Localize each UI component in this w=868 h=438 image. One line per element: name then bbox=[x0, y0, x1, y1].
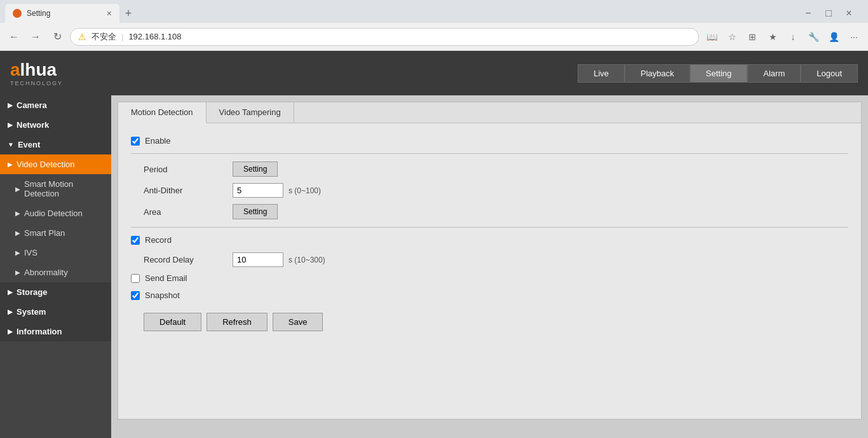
enable-checkbox[interactable] bbox=[131, 137, 140, 146]
setting-button[interactable]: Setting bbox=[690, 64, 747, 83]
close-window-button[interactable]: × bbox=[840, 4, 858, 22]
playback-button[interactable]: Playback bbox=[625, 64, 690, 83]
alarm-button[interactable]: Alarm bbox=[747, 64, 801, 83]
divider-1 bbox=[131, 153, 848, 154]
sidebar-network-label: Network bbox=[17, 120, 49, 130]
main-layout: ▶ Camera ▶ Network ▼ Event ▶ Video Detec… bbox=[0, 95, 868, 438]
sidebar-audio-detection-label: Audio Detection bbox=[24, 209, 83, 218]
snapshot-checkbox[interactable] bbox=[131, 291, 140, 300]
record-delay-hint: s (10~300) bbox=[288, 256, 325, 264]
address-bar[interactable]: ⚠ 不安全 | 192.168.1.108 bbox=[70, 28, 699, 46]
logo-a: a bbox=[10, 60, 20, 79]
live-button[interactable]: Live bbox=[578, 64, 625, 83]
sidebar-abnormality-label: Abnormality bbox=[24, 268, 68, 277]
favorite-button[interactable]: ☆ bbox=[723, 28, 741, 46]
tab-video-tampering[interactable]: Video Tampering bbox=[207, 102, 294, 123]
refresh-button[interactable]: ↻ bbox=[48, 28, 66, 46]
sidebar: ▶ Camera ▶ Network ▼ Event ▶ Video Detec… bbox=[0, 95, 111, 438]
area-label: Area bbox=[144, 207, 233, 217]
sidebar-item-video-detection[interactable]: ▶ Video Detection bbox=[0, 154, 111, 174]
smart-plan-arrow-icon: ▶ bbox=[15, 229, 20, 236]
address-separator: | bbox=[121, 32, 123, 41]
sidebar-item-abnormality[interactable]: ▶ Abnormality bbox=[0, 263, 111, 282]
network-arrow-icon: ▶ bbox=[8, 121, 13, 128]
sidebar-storage-label: Storage bbox=[17, 287, 47, 297]
period-label: Period bbox=[144, 165, 233, 174]
record-label: Record bbox=[145, 235, 172, 245]
new-tab-button[interactable]: + bbox=[119, 4, 137, 22]
header-nav: Live Playback Setting Alarm Logout bbox=[578, 64, 858, 83]
information-arrow-icon: ▶ bbox=[8, 328, 13, 335]
downloads-button[interactable]: ↓ bbox=[784, 28, 802, 46]
record-checkbox[interactable] bbox=[131, 236, 140, 245]
browser-controls: ← → ↻ ⚠ 不安全 | 192.168.1.108 📖 ☆ ⊞ ★ ↓ 🔧 … bbox=[0, 23, 868, 51]
storage-arrow-icon: ▶ bbox=[8, 289, 13, 296]
default-button[interactable]: Default bbox=[144, 313, 201, 331]
save-button[interactable]: Save bbox=[273, 313, 323, 331]
audio-detection-arrow-icon: ▶ bbox=[15, 210, 20, 217]
tab-motion-detection[interactable]: Motion Detection bbox=[118, 102, 207, 123]
sidebar-smart-motion-label: Smart Motion Detection bbox=[24, 179, 104, 198]
sidebar-information-label: Information bbox=[17, 327, 62, 336]
address-text: 192.168.1.108 bbox=[128, 32, 181, 41]
reader-mode-button[interactable]: 📖 bbox=[703, 28, 721, 46]
more-button[interactable]: ··· bbox=[845, 28, 863, 46]
back-button[interactable]: ← bbox=[5, 28, 23, 46]
anti-dither-input[interactable]: 5 bbox=[233, 183, 283, 198]
period-row: Period Setting bbox=[131, 161, 848, 177]
period-control: Setting bbox=[233, 161, 278, 177]
sidebar-section-system[interactable]: ▶ System bbox=[0, 302, 111, 322]
sidebar-item-smart-motion[interactable]: ▶ Smart Motion Detection bbox=[0, 174, 111, 203]
logout-button[interactable]: Logout bbox=[801, 64, 858, 83]
ivs-arrow-icon: ▶ bbox=[15, 249, 20, 256]
abnormality-arrow-icon: ▶ bbox=[15, 269, 20, 276]
tab-title: Setting bbox=[27, 9, 50, 18]
forward-button[interactable]: → bbox=[27, 28, 44, 46]
sidebar-item-audio-detection[interactable]: ▶ Audio Detection bbox=[0, 203, 111, 223]
sidebar-item-smart-plan[interactable]: ▶ Smart Plan bbox=[0, 223, 111, 243]
action-buttons: Default Refresh Save bbox=[131, 313, 848, 331]
sidebar-section-storage[interactable]: ▶ Storage bbox=[0, 282, 111, 302]
collections-button[interactable]: ⊞ bbox=[743, 28, 761, 46]
sidebar-section-network[interactable]: ▶ Network bbox=[0, 115, 111, 135]
sidebar-section-camera[interactable]: ▶ Camera bbox=[0, 95, 111, 115]
maximize-button[interactable]: □ bbox=[820, 4, 837, 22]
enable-row: Enable bbox=[131, 136, 848, 146]
send-email-checkbox[interactable] bbox=[131, 274, 140, 283]
system-arrow-icon: ▶ bbox=[8, 308, 13, 315]
app-container: alhua TECHNOLOGY Live Playback Setting A… bbox=[0, 51, 868, 438]
area-setting-button[interactable]: Setting bbox=[233, 204, 278, 219]
tab-bar: Setting × + − □ × bbox=[0, 0, 868, 23]
sidebar-section-information[interactable]: ▶ Information bbox=[0, 322, 111, 341]
logo-text: alhua bbox=[10, 60, 63, 80]
tab-navigation: Motion Detection Video Tampering bbox=[118, 102, 861, 123]
app-logo: alhua TECHNOLOGY bbox=[10, 60, 63, 86]
sidebar-section-event[interactable]: ▼ Event bbox=[0, 135, 111, 154]
period-setting-button[interactable]: Setting bbox=[233, 161, 278, 177]
sidebar-smart-plan-label: Smart Plan bbox=[24, 228, 65, 238]
browser-action-buttons: 📖 ☆ ⊞ ★ ↓ 🔧 👤 ··· bbox=[703, 28, 863, 46]
anti-dither-row: Anti-Dither 5 s (0~100) bbox=[131, 183, 848, 198]
content-area: Motion Detection Video Tampering Enable … bbox=[111, 95, 868, 438]
tab-close-button[interactable]: × bbox=[107, 8, 112, 18]
record-row: Record bbox=[131, 235, 848, 245]
sidebar-ivs-label: IVS bbox=[24, 248, 37, 257]
form-content: Enable Period Setting Anti-Dither bbox=[118, 123, 861, 344]
favorites-bar-button[interactable]: ★ bbox=[764, 28, 782, 46]
anti-dither-hint: s (0~100) bbox=[288, 186, 321, 195]
extensions-button[interactable]: 🔧 bbox=[804, 28, 822, 46]
record-delay-input[interactable]: 10 bbox=[233, 252, 283, 267]
anti-dither-control: 5 s (0~100) bbox=[233, 183, 321, 198]
event-arrow-icon: ▼ bbox=[8, 141, 14, 148]
profile-button[interactable]: 👤 bbox=[825, 28, 843, 46]
tab-favicon bbox=[13, 9, 22, 18]
refresh-button[interactable]: Refresh bbox=[207, 313, 268, 331]
anti-dither-label: Anti-Dither bbox=[144, 186, 233, 195]
area-row: Area Setting bbox=[131, 204, 848, 219]
browser-chrome: Setting × + − □ × ← → ↻ ⚠ 不安全 | 192.168.… bbox=[0, 0, 868, 51]
sidebar-item-ivs[interactable]: ▶ IVS bbox=[0, 243, 111, 263]
sidebar-event-label: Event bbox=[18, 140, 40, 149]
minimize-button[interactable]: − bbox=[799, 4, 817, 22]
logo-subtitle: TECHNOLOGY bbox=[10, 80, 63, 86]
browser-tab[interactable]: Setting × bbox=[5, 4, 119, 23]
